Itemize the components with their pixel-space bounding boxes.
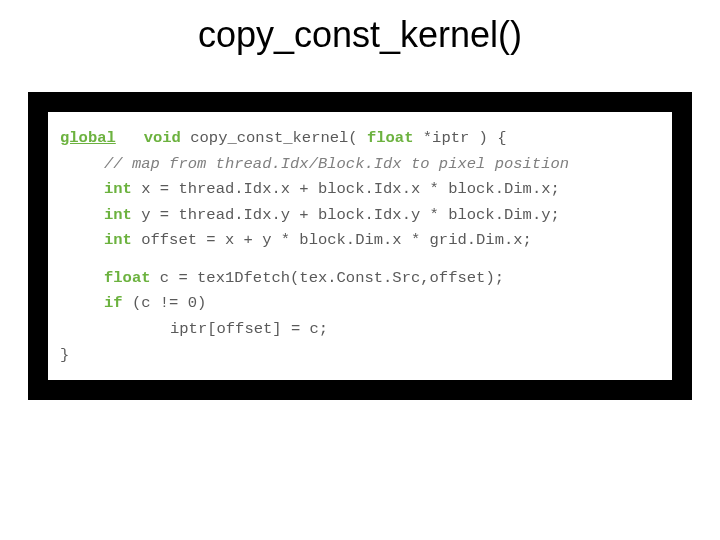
code-line-y: int y = thread.Idx.y + block.Idx.y * blo… (60, 203, 660, 229)
keyword-if: if (104, 294, 123, 312)
keyword-void: void (144, 129, 181, 147)
comment-text: // map from thread.Idx/Block.Idx to pixe… (104, 155, 569, 173)
x-rhs: thread.Idx.x + block.Idx.x * block.Dim.x… (178, 180, 559, 198)
c-rhs: tex1Dfetch(tex.Const.Src,offset); (197, 269, 504, 287)
keyword-float-c: float (104, 269, 151, 287)
slide-title: copy_const_kernel() (0, 14, 720, 56)
code-block-outer: global void copy_const_kernel( float *ip… (28, 92, 692, 400)
keyword-global: global (60, 129, 116, 147)
keyword-int-y: int (104, 206, 132, 224)
c-lhs: c = (151, 269, 198, 287)
code-line-c: float c = tex1Dfetch(tex.Const.Src,offse… (60, 266, 660, 292)
code-line-signature: global void copy_const_kernel( float *ip… (60, 126, 660, 152)
code-line-if: if (c != 0) (60, 291, 660, 317)
code-line-x: int x = thread.Idx.x + block.Idx.x * blo… (60, 177, 660, 203)
code-line-comment: // map from thread.Idx/Block.Idx to pixe… (60, 152, 660, 178)
closing-brace: } (60, 346, 69, 364)
keyword-float-param: float (367, 129, 414, 147)
x-lhs: x = (132, 180, 179, 198)
assignment: iptr[offset] = c; (170, 320, 328, 338)
code-line-brace: } (60, 343, 660, 369)
code-line-offset: int offset = x + y * block.Dim.x * grid.… (60, 228, 660, 254)
offset-lhs: offset = (132, 231, 225, 249)
signature-rest: *iptr ) { (413, 129, 506, 147)
offset-rhs: x + y * block.Dim.x * grid.Dim.x; (225, 231, 532, 249)
y-rhs: thread.Idx.y + block.Idx.y * block.Dim.y… (178, 206, 559, 224)
blank-line (60, 254, 660, 266)
if-condition: (c != 0) (123, 294, 207, 312)
code-block: global void copy_const_kernel( float *ip… (46, 110, 674, 382)
slide: copy_const_kernel() global void copy_con… (0, 0, 720, 540)
y-lhs: y = (132, 206, 179, 224)
keyword-int-offset: int (104, 231, 132, 249)
function-name: copy_const_kernel( (181, 129, 367, 147)
code-line-assign: iptr[offset] = c; (60, 317, 660, 343)
keyword-int-x: int (104, 180, 132, 198)
